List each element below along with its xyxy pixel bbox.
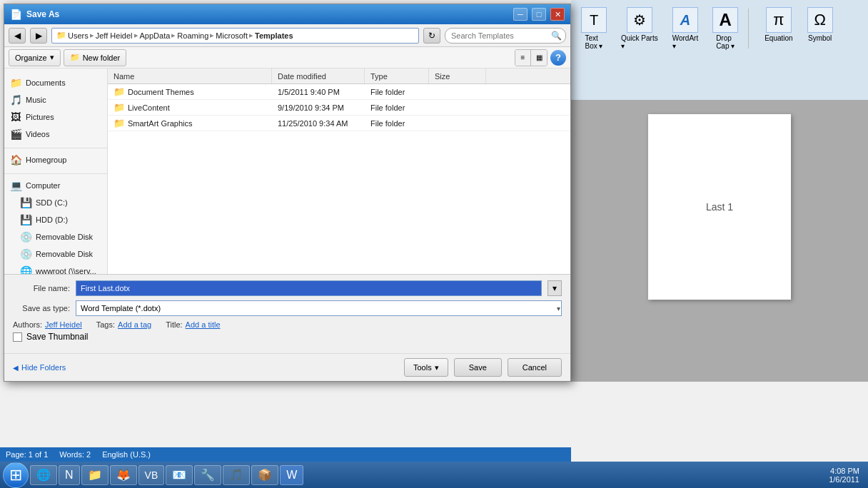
ribbon-dropcap-btn[interactable]: A DropCap ▾ bbox=[708, 6, 742, 51]
textbox-icon: T bbox=[581, 7, 607, 33]
forward-button[interactable]: ▶ bbox=[30, 28, 47, 44]
sidebar-item-removable2[interactable]: 💿 Removable Disk bbox=[4, 245, 107, 263]
sidebar-item-removable2-label: Removable Disk bbox=[36, 250, 93, 258]
sidebar-item-pictures[interactable]: 🖼 Pictures bbox=[4, 108, 107, 126]
taskbar-firefox[interactable]: 🦊 bbox=[110, 465, 137, 485]
pictures-icon: 🖼 bbox=[10, 111, 21, 123]
taskbar-word[interactable]: W bbox=[280, 465, 303, 485]
taskbar-misc2[interactable]: 🎵 bbox=[223, 465, 250, 485]
taskbar-vb[interactable]: VB bbox=[138, 465, 165, 485]
tags-label: Tags: bbox=[96, 320, 115, 329]
path-sep-3: ▸ bbox=[171, 31, 176, 40]
refresh-button[interactable]: ↻ bbox=[423, 28, 440, 44]
dialog-titlebar: 📄 Save As ─ □ ✕ bbox=[4, 4, 570, 24]
sidebar-sep-1 bbox=[4, 143, 107, 148]
sidebar-item-documents[interactable]: 📁 Documents bbox=[4, 74, 107, 91]
hide-folders-btn[interactable]: ◀ Hide Folders bbox=[13, 363, 66, 372]
taskbar-ie[interactable]: 🌐 bbox=[30, 465, 57, 485]
sidebar-item-wwwroot-label: wwwroot (\\serv... bbox=[36, 267, 96, 274]
sidebar-item-computer[interactable]: 💻 Computer bbox=[4, 177, 107, 194]
minimize-button[interactable]: ─ bbox=[513, 8, 528, 21]
col-header-size[interactable]: Size bbox=[429, 68, 486, 83]
ribbon-area: T TextBox ▾ ⚙ Quick Parts▾ A WordArt▾ A … bbox=[571, 0, 868, 100]
dialog-buttons: ◀ Hide Folders Tools ▾ Save Cancel bbox=[4, 353, 570, 381]
file-list-area: Name Date modified Type Size 📁 Document … bbox=[108, 68, 570, 274]
taskbar-outlook[interactable]: 📧 bbox=[166, 465, 193, 485]
title-item: Title: Add a title bbox=[166, 320, 220, 329]
back-button[interactable]: ◀ bbox=[9, 28, 26, 44]
quickparts-label: Quick Parts▾ bbox=[621, 34, 658, 50]
sidebar-item-computer-label: Computer bbox=[26, 181, 60, 190]
table-row[interactable]: 📁 LiveContent 9/19/2010 9:34 PM File fol… bbox=[108, 100, 570, 116]
dialog-title-icon: 📄 bbox=[10, 9, 22, 20]
savetype-row: Save as type: ▾ bbox=[13, 300, 562, 316]
doc-content: Last 1 bbox=[706, 201, 733, 213]
title-add[interactable]: Add a title bbox=[186, 320, 221, 329]
close-button[interactable]: ✕ bbox=[550, 8, 565, 21]
sidebar-item-removable1[interactable]: 💿 Removable Disk bbox=[4, 228, 107, 245]
filename-label: File name: bbox=[13, 284, 70, 293]
table-row[interactable]: 📁 Document Themes 1/5/2011 9:40 PM File … bbox=[108, 84, 570, 100]
col-header-name[interactable]: Name bbox=[108, 68, 272, 83]
ribbon-equation-btn[interactable]: π Equation bbox=[760, 6, 797, 51]
status-bar: Page: 1 of 1 Words: 2 English (U.S.) bbox=[0, 447, 571, 462]
ribbon-quickparts-btn[interactable]: ⚙ Quick Parts▾ bbox=[617, 6, 662, 51]
tools-button[interactable]: Tools ▾ bbox=[404, 358, 448, 377]
dialog-form: File name: ▾ Save as type: ▾ Authors: Je… bbox=[4, 274, 570, 353]
ribbon-symbol-btn[interactable]: Ω Symbol bbox=[803, 6, 837, 51]
file-type-0: File folder bbox=[365, 88, 429, 96]
save-button[interactable]: Save bbox=[454, 358, 502, 377]
taskbar-folder[interactable]: 📁 bbox=[81, 465, 108, 485]
maximize-button[interactable]: □ bbox=[532, 8, 546, 21]
file-date-0: 1/5/2011 9:40 PM bbox=[272, 88, 365, 96]
symbol-label: Symbol bbox=[808, 34, 832, 42]
view-buttons: ≡ ▦ bbox=[515, 49, 547, 66]
path-templates: Templates bbox=[255, 31, 293, 40]
table-row[interactable]: 📁 SmartArt Graphics 11/25/2010 9:34 AM F… bbox=[108, 116, 570, 131]
sidebar-item-homegroup[interactable]: 🏠 Homegroup bbox=[4, 151, 107, 168]
col-header-date[interactable]: Date modified bbox=[272, 68, 365, 83]
sidebar-item-wwwroot[interactable]: 🌐 wwwroot (\\serv... bbox=[4, 263, 107, 274]
path-sep-4: ▸ bbox=[210, 31, 214, 40]
tags-add[interactable]: Add a tag bbox=[118, 320, 151, 329]
ribbon-textbox-btn[interactable]: T TextBox ▾ bbox=[577, 6, 611, 51]
taskbar-misc1[interactable]: 🔧 bbox=[194, 465, 221, 485]
start-button[interactable]: ⊞ bbox=[3, 462, 29, 488]
filename-input[interactable] bbox=[76, 280, 542, 296]
taskbar-onenote[interactable]: N bbox=[59, 465, 80, 485]
sidebar-item-hdd[interactable]: 💾 HDD (D:) bbox=[4, 211, 107, 228]
sidebar-item-sdd-label: SDD (C:) bbox=[36, 198, 68, 207]
sidebar-item-music[interactable]: 🎵 Music bbox=[4, 91, 107, 108]
thumbnail-row: Save Thumbnail bbox=[13, 332, 562, 342]
search-input[interactable] bbox=[445, 28, 566, 44]
file-type-1: File folder bbox=[365, 103, 429, 112]
savetype-input[interactable] bbox=[76, 300, 562, 316]
tools-label: Tools bbox=[413, 363, 432, 372]
path-jeff: Jeff Heidel bbox=[96, 31, 133, 40]
view-btn-list[interactable]: ≡ bbox=[515, 50, 531, 66]
authors-label: Authors: bbox=[13, 320, 42, 329]
file-date-2: 11/25/2010 9:34 AM bbox=[272, 119, 365, 128]
tags-item: Tags: Add a tag bbox=[96, 320, 151, 329]
sidebar-item-videos[interactable]: 🎬 Videos bbox=[4, 126, 107, 143]
ribbon-wordart-btn[interactable]: A WordArt▾ bbox=[668, 6, 703, 51]
computer-icon: 💻 bbox=[10, 180, 21, 191]
videos-icon: 🎬 bbox=[10, 128, 21, 140]
cancel-button[interactable]: Cancel bbox=[508, 358, 562, 377]
col-header-type[interactable]: Type bbox=[365, 68, 429, 83]
new-folder-button[interactable]: 📁 New folder bbox=[64, 49, 127, 66]
address-path[interactable]: 📁 Users ▸ Jeff Heidel ▸ AppData ▸ Roamin… bbox=[51, 28, 419, 44]
organize-button[interactable]: Organize ▾ bbox=[9, 49, 61, 66]
authors-value[interactable]: Jeff Heidel bbox=[45, 320, 82, 329]
help-button[interactable]: ? bbox=[550, 50, 566, 66]
dropcap-label: DropCap ▾ bbox=[716, 34, 735, 50]
file-name-0: 📁 Document Themes bbox=[108, 86, 272, 97]
taskbar-misc3[interactable]: 📦 bbox=[251, 465, 278, 485]
filename-dropdown[interactable]: ▾ bbox=[547, 280, 562, 296]
thumbnail-checkbox[interactable] bbox=[13, 332, 22, 342]
sidebar-item-sdd[interactable]: 💾 SDD (C:) bbox=[4, 194, 107, 211]
sidebar: 📁 Documents 🎵 Music 🖼 Pictures 🎬 Videos … bbox=[4, 68, 108, 274]
taskbar: ⊞ 🌐 N 📁 🦊 VB 📧 🔧 🎵 📦 W 4:08 PM 1/6/2011 bbox=[0, 462, 868, 488]
tools-arrow: ▾ bbox=[435, 363, 439, 372]
view-btn-details[interactable]: ▦ bbox=[531, 50, 547, 66]
